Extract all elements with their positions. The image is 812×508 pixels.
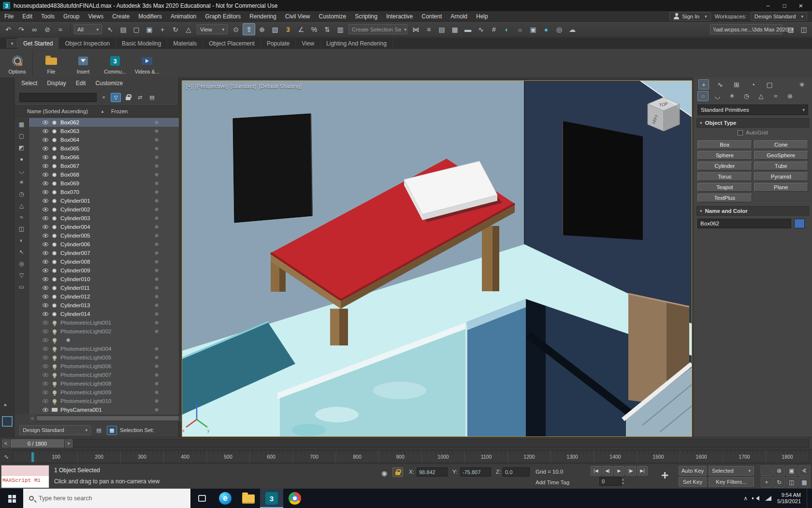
- visibility-eye-icon[interactable]: [43, 321, 48, 325]
- visibility-eye-icon[interactable]: [43, 286, 48, 290]
- close-button[interactable]: ×: [793, 0, 809, 11]
- menu-group[interactable]: Group: [59, 11, 84, 21]
- tab-object-inspection[interactable]: Object Inspection: [59, 38, 116, 49]
- next-frame-button[interactable]: |▶: [625, 466, 636, 476]
- scene-explorer-search-input[interactable]: [19, 93, 97, 102]
- utilities-tab[interactable]: ✳: [797, 79, 807, 90]
- visibility-eye-icon[interactable]: [43, 155, 48, 159]
- taskbar-search[interactable]: [23, 489, 190, 508]
- volume-muted-icon[interactable]: [754, 496, 759, 501]
- visibility-eye-icon[interactable]: [43, 225, 48, 229]
- scene-explorer-row[interactable]: Cylinder013 ❄: [29, 301, 179, 310]
- select-and-manipulate-icon[interactable]: ⊕: [256, 23, 268, 35]
- viewport-shading-menu[interactable]: [Default Shading]: [259, 83, 302, 89]
- visibility-eye-icon[interactable]: [43, 138, 48, 142]
- frozen-icon[interactable]: ❄: [152, 285, 161, 291]
- scene-explorer-row[interactable]: Cylinder001 ❄: [29, 196, 179, 205]
- se-sort-icon[interactable]: ▦: [16, 119, 27, 129]
- select-and-move-icon[interactable]: +: [156, 23, 169, 35]
- se-spacewarps-filter-icon[interactable]: ≈: [16, 212, 27, 222]
- scene-explorer-row[interactable]: Cylinder003 ❄: [29, 214, 179, 223]
- spinner-down-icon[interactable]: ▾: [622, 481, 624, 485]
- spinner-snap-icon[interactable]: ⇅: [321, 23, 334, 35]
- cylinder-button[interactable]: Cylinder: [697, 162, 752, 170]
- two-d-pan-icon[interactable]: ◫: [786, 477, 798, 488]
- explorer-list-view-icon[interactable]: ▤: [94, 426, 104, 435]
- frozen-icon[interactable]: ❄: [152, 224, 161, 230]
- viewport-render-preset-menu[interactable]: [Standard]: [231, 83, 256, 89]
- se-helpers-filter-icon[interactable]: △: [16, 200, 27, 210]
- visibility-eye-icon[interactable]: [43, 173, 48, 177]
- rectangular-selection-region-icon[interactable]: ▢: [130, 23, 143, 35]
- explorer-grid-view-icon[interactable]: ▦: [107, 426, 117, 435]
- box-button[interactable]: Box: [697, 140, 752, 149]
- schematic-view-icon[interactable]: #: [488, 23, 500, 35]
- frozen-icon[interactable]: ❄: [152, 346, 161, 352]
- time-slider-handle[interactable]: 0 / 1800: [11, 439, 64, 448]
- bind-to-space-warp-icon[interactable]: ≈: [54, 23, 67, 35]
- cloud-render-icon[interactable]: ☁: [566, 23, 579, 35]
- scene-explorer-row[interactable]: Cylinder010 ❄: [29, 275, 179, 284]
- systems-category[interactable]: ⊛: [784, 91, 796, 101]
- scene-explorer-row[interactable]: Cylinder011 ❄: [29, 284, 179, 292]
- select-object-icon[interactable]: ↖: [104, 23, 116, 35]
- frozen-icon[interactable]: ❄: [152, 311, 161, 317]
- menu-tools[interactable]: Tools: [37, 11, 59, 21]
- visibility-eye-icon[interactable]: [43, 373, 48, 377]
- frozen-icon[interactable]: ❄: [152, 128, 161, 134]
- se-filter-icon[interactable]: ▽: [16, 270, 27, 280]
- geosphere-button[interactable]: GeoSphere: [754, 151, 809, 160]
- max-interactive-icon[interactable]: ◫: [798, 23, 810, 35]
- frozen-icon[interactable]: ❄: [152, 137, 161, 143]
- window-crossing-icon[interactable]: ▣: [143, 23, 156, 35]
- snap-toggle-icon[interactable]: 3: [282, 23, 294, 35]
- mirror-icon[interactable]: ⋈: [409, 23, 422, 35]
- frozen-icon[interactable]: ❄: [152, 259, 161, 265]
- scene-explorer-row[interactable]: Cylinder008 ❄: [29, 257, 179, 266]
- key-mode-dropdown[interactable]: Selected ▾: [709, 466, 754, 476]
- frozen-column-header[interactable]: Frozen: [111, 108, 128, 114]
- se-inverse-icon[interactable]: ◩: [16, 142, 27, 152]
- visibility-eye-icon[interactable]: [43, 120, 48, 124]
- visibility-eye-icon[interactable]: [43, 164, 48, 168]
- go-to-start-button[interactable]: |◀: [591, 466, 601, 476]
- scene-explorer-row[interactable]: PhotometricLight001 ❄: [29, 318, 179, 327]
- previous-frame-button[interactable]: ◀|: [602, 466, 613, 476]
- maximize-viewport-icon[interactable]: ▦: [798, 477, 810, 488]
- scene-explorer-row[interactable]: Cylinder007 ❄: [29, 249, 179, 257]
- hierarchy-tab[interactable]: ⊞: [731, 79, 742, 90]
- scene-explorer-row[interactable]: Box070 ❄: [29, 188, 179, 196]
- rendered-frame-icon[interactable]: ▣: [527, 23, 539, 35]
- menu-edit[interactable]: Edit: [18, 11, 37, 21]
- asset-library-icon[interactable]: ▧: [784, 23, 797, 35]
- go-to-end-button[interactable]: ▶|: [637, 466, 648, 476]
- cameras-category[interactable]: ◷: [741, 91, 752, 101]
- scene-explorer-row[interactable]: Cylinder012 ❄: [29, 292, 179, 301]
- frozen-icon[interactable]: ❄: [152, 120, 161, 126]
- visibility-eye-icon[interactable]: [43, 216, 48, 220]
- menu-help[interactable]: Help: [472, 11, 493, 21]
- set-key-button[interactable]: Set Key: [679, 477, 707, 487]
- key-filters-button[interactable]: Key Filters...: [709, 477, 754, 487]
- add-key-icon[interactable]: +: [661, 468, 668, 483]
- frozen-icon[interactable]: ❄: [152, 172, 161, 178]
- visibility-eye-icon[interactable]: [43, 269, 48, 272]
- name-and-color-rollout[interactable]: ▾ Name and Color: [696, 206, 809, 216]
- frozen-icon[interactable]: ❄: [152, 207, 161, 213]
- viewport-general-menu[interactable]: [+]: [186, 83, 192, 89]
- view-cube[interactable]: TOP LEFT: [648, 97, 680, 131]
- curve-editor-icon[interactable]: ∿: [475, 23, 487, 35]
- scrollbar-thumb[interactable]: [37, 416, 179, 420]
- scene-explorer-row[interactable]: Cylinder006 ❄: [29, 240, 179, 249]
- select-by-name-icon[interactable]: ▤: [117, 23, 130, 35]
- tab-lighting-and-rendering[interactable]: Lighting And Rendering: [320, 38, 393, 49]
- display-tab[interactable]: ▢: [764, 79, 775, 90]
- se-folder-icon[interactable]: ▭: [16, 282, 27, 292]
- maxscript-mini-listener[interactable]: MAXScript Mi: [1, 465, 49, 488]
- visibility-eye-icon[interactable]: [43, 356, 48, 359]
- select-and-place-icon[interactable]: ⇧: [243, 23, 255, 35]
- tab-materials[interactable]: Materials: [167, 38, 203, 49]
- scene-explorer-row[interactable]: Box063 ❄: [29, 127, 179, 135]
- next-frame-arrow[interactable]: >: [65, 439, 72, 448]
- scene-explorer-row[interactable]: Box066 ❄: [29, 153, 179, 162]
